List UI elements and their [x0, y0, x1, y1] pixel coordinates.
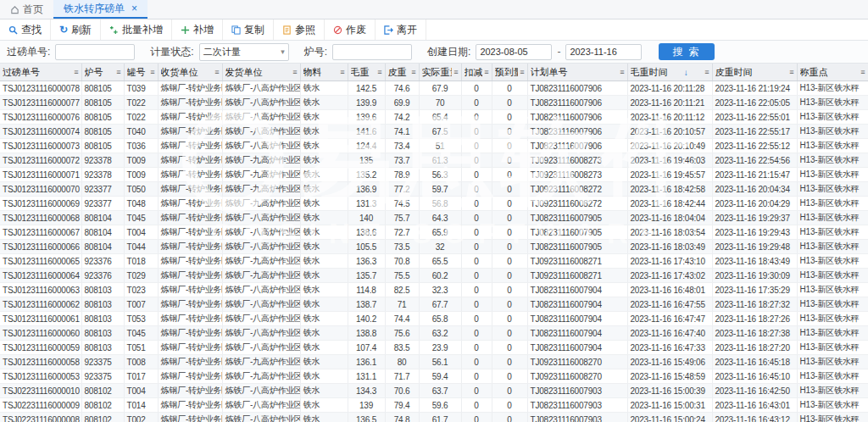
table-cell: 炼钢厂-转炉业务区: [158, 81, 222, 96]
furnace-input[interactable]: [332, 44, 412, 60]
column-menu-icon[interactable]: ≡: [860, 68, 865, 76]
table-cell: 2023-11-16 19:46:03: [627, 153, 712, 168]
col-header-expected[interactable]: 预到量≡: [492, 64, 527, 81]
table-cell: TSJ01231116000058: [0, 355, 81, 369]
col-header-receiver[interactable]: 收货单位≡: [158, 64, 222, 81]
table-cell: 75.6: [385, 326, 419, 341]
table-cell: 炼钢厂-转炉业务区: [158, 297, 222, 312]
table-cell: 铁水: [300, 312, 348, 326]
table-cell: 2023-11-16 22:55:12: [712, 139, 797, 153]
column-menu-icon[interactable]: ≡: [340, 68, 344, 76]
table-row[interactable]: TSJ01231116000078808105T039炼钢厂-转炉业务区炼铁厂-…: [0, 81, 868, 96]
add-button[interactable]: 补增: [172, 19, 223, 40]
col-header-tare-time[interactable]: 皮重时间≡: [712, 64, 797, 81]
table-cell: 2023-11-16 15:00:24: [627, 413, 712, 422]
column-menu-icon[interactable]: ≡: [116, 68, 120, 76]
table-cell: 135.7: [348, 269, 385, 283]
table-cell: 0: [461, 139, 492, 153]
column-menu-icon[interactable]: ≡: [214, 68, 219, 76]
table-row[interactable]: TSJ01231116000061808103T053炼钢厂-转炉业务区炼铁厂-…: [0, 312, 868, 326]
col-header-deduct[interactable]: 扣减≡: [461, 64, 492, 81]
column-menu-icon[interactable]: ≡: [620, 68, 624, 76]
col-header-tare[interactable]: 皮重≡: [385, 64, 419, 81]
column-menu-icon[interactable]: ≡: [74, 68, 78, 76]
copy-button[interactable]: 复制: [223, 19, 274, 40]
table-row[interactable]: TSJ01231116000053923375T017炼钢厂-转炉业务区炼铁厂-…: [0, 369, 868, 384]
table-row[interactable]: TSJ02231116000008808102T002炼钢厂-转炉业务区炼铁厂-…: [0, 413, 868, 422]
table-cell: TJ08231116007906: [527, 139, 627, 153]
date-to-input[interactable]: [565, 44, 642, 60]
col-header-weigh-point[interactable]: 称重点≡: [797, 64, 868, 81]
table-row[interactable]: TSJ01231116000063808103T023炼钢厂-转炉业务区炼铁厂-…: [0, 283, 868, 297]
table-row[interactable]: TSJ01231116000077808105T022炼钢厂-转炉业务区炼铁厂-…: [0, 96, 868, 110]
table-cell: TJ08231116007903: [527, 398, 627, 413]
leave-button[interactable]: 离开: [376, 19, 426, 40]
column-menu-icon[interactable]: ≡: [520, 68, 524, 76]
date-from-input[interactable]: [476, 44, 552, 60]
table-row[interactable]: TSJ01231116000076808105T022炼钢厂-转炉业务区炼铁厂-…: [0, 110, 868, 125]
table-cell: 铁水: [300, 413, 348, 422]
col-header-gross-time[interactable]: 毛重时间↓≡: [627, 64, 712, 81]
column-menu-icon[interactable]: ≡: [704, 68, 709, 76]
table-cell: 2023-11-16 22:55:17: [712, 125, 797, 139]
table-row[interactable]: TSJ01231116000069923377T048炼钢厂-转炉业务区炼铁厂-…: [0, 197, 868, 211]
table-row[interactable]: TSJ01231116000059808103T051炼钢厂-转炉业务区炼铁厂-…: [0, 341, 868, 355]
table-row[interactable]: TSJ01231116000058923375T008炼钢厂-转炉业务区炼铁厂-…: [0, 355, 868, 369]
column-menu-icon[interactable]: ≡: [453, 68, 458, 76]
table-cell: H13-新区铁水秤: [797, 326, 868, 341]
col-header-gross[interactable]: 毛重≡: [348, 64, 385, 81]
tab-home[interactable]: 首页: [0, 0, 53, 19]
table-row[interactable]: TSJ01231116000060808103T045炼钢厂-转炉业务区炼铁厂-…: [0, 326, 868, 341]
table-row[interactable]: TSJ01231116000065923376T018炼钢厂-转炉业务区炼铁厂-…: [0, 254, 868, 269]
table-row[interactable]: TSJ02231116000010808102T004炼钢厂-转炉业务区炼铁厂-…: [0, 384, 868, 398]
column-menu-icon[interactable]: ≡: [150, 68, 154, 76]
table-row[interactable]: TSJ01231116000074808105T040炼钢厂-转炉业务区炼铁厂-…: [0, 125, 868, 139]
col-header-material[interactable]: 物料≡: [300, 64, 348, 81]
col-header-net[interactable]: 实际重量≡: [419, 64, 461, 81]
column-menu-icon[interactable]: ≡: [411, 68, 415, 76]
table-cell: 铁水: [300, 384, 348, 398]
table-cell: 79.4: [385, 398, 419, 413]
table-cell: 炼铁厂-八高炉作业区: [222, 81, 300, 96]
table-row[interactable]: TSJ01231116000068808104T045炼钢厂-转炉业务区炼铁厂-…: [0, 211, 868, 225]
col-header-tank[interactable]: 罐号≡: [124, 64, 158, 81]
table-row[interactable]: TSJ01231116000070923377T050炼钢厂-转炉业务区炼铁厂-…: [0, 182, 868, 197]
batch-add-button[interactable]: 批量补增: [101, 19, 172, 40]
col-header-weigh-no[interactable]: 过磅单号≡: [0, 64, 81, 81]
table-cell: T014: [124, 398, 158, 413]
table-cell: 炼铁厂-九高炉作业区: [222, 168, 300, 182]
void-button[interactable]: 作废: [325, 19, 376, 40]
table-row[interactable]: TSJ02231116000009808102T014炼钢厂-转炉业务区炼铁厂-…: [0, 398, 868, 413]
tab-iron-transfer[interactable]: 铁水转序磅单 ×: [53, 0, 147, 19]
search-button[interactable]: 搜 索: [659, 43, 714, 60]
table-row[interactable]: TSJ01231116000067808104T004炼钢厂-转炉业务区炼铁厂-…: [0, 225, 868, 240]
table-cell: 74.6: [385, 81, 419, 96]
table-cell: 2023-11-16 16:47:55: [627, 297, 712, 312]
status-select[interactable]: 二次计量 ▾: [199, 43, 289, 61]
table-row[interactable]: TSJ01231116000072923378T009炼钢厂-转炉业务区炼铁厂-…: [0, 153, 868, 168]
table-row[interactable]: TSJ01231116000071923378T009炼钢厂-转炉业务区炼铁厂-…: [0, 168, 868, 182]
refresh-button[interactable]: ↻ 刷新: [51, 19, 101, 40]
col-header-furnace[interactable]: 炉号≡: [81, 64, 124, 81]
table-row[interactable]: TSJ01231116000066808104T044炼钢厂-转炉业务区炼铁厂-…: [0, 240, 868, 254]
col-header-shipper[interactable]: 发货单位≡: [222, 64, 300, 81]
col-header-plan-no[interactable]: 计划单号≡: [527, 64, 627, 81]
column-menu-icon[interactable]: ≡: [484, 68, 488, 76]
column-menu-icon[interactable]: ≡: [292, 68, 297, 76]
table-cell: 0: [461, 254, 492, 269]
table-cell: H13-新区铁水秤: [797, 384, 868, 398]
table-row[interactable]: TSJ01231116000062808103T007炼钢厂-转炉业务区炼铁厂-…: [0, 297, 868, 312]
table-cell: 73.4: [385, 139, 419, 153]
table-cell: TJ09231116008273: [527, 153, 627, 168]
table-cell: T050: [124, 182, 158, 197]
column-menu-icon[interactable]: ≡: [377, 68, 381, 76]
column-menu-icon[interactable]: ≡: [789, 68, 793, 76]
table-row[interactable]: TSJ01231116000073808105T036炼钢厂-转炉业务区炼铁厂-…: [0, 139, 868, 153]
table-cell: 32.3: [419, 283, 461, 297]
table-row[interactable]: TSJ01231116000064923376T029炼钢厂-转炉业务区炼铁厂-…: [0, 269, 868, 283]
find-button[interactable]: 查找: [0, 19, 51, 40]
close-icon[interactable]: ×: [131, 3, 137, 14]
table-cell: 炼钢厂-转炉业务区: [158, 269, 222, 283]
reference-button[interactable]: 参照: [274, 19, 325, 40]
weigh-no-input[interactable]: [55, 44, 135, 60]
